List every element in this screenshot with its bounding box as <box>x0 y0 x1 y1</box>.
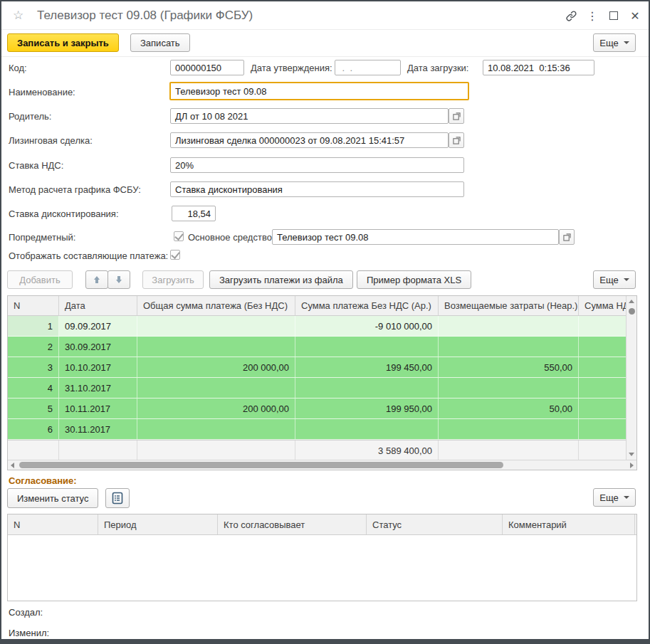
change-status-button[interactable]: Изменить статус <box>7 488 98 508</box>
vertical-scrollbar[interactable] <box>626 296 636 460</box>
vat-rate-input[interactable]: 20% <box>170 157 464 173</box>
form-window: ☆ Телевизор тест 09.08 (Графики ФСБУ) ⋮ … <box>0 0 650 644</box>
arrow-down-icon <box>115 275 123 284</box>
save-button[interactable]: Записать <box>130 33 190 52</box>
open-picker-icon <box>563 233 571 241</box>
link-icon[interactable] <box>562 7 580 24</box>
scroll-down-icon[interactable] <box>629 453 634 456</box>
per-item-label: Попредметный: <box>9 232 75 243</box>
modified-label: Изменил: <box>9 628 49 638</box>
fixed-asset-pick-button[interactable] <box>559 229 575 245</box>
xls-sample-button[interactable]: Пример формата XLS <box>357 270 471 289</box>
created-label: Создал: <box>9 607 43 618</box>
approval-date-input[interactable]: . . <box>335 60 401 75</box>
approval-section-title: Согласование: <box>9 475 77 486</box>
column-header[interactable]: Общая сумма платежа (Без НДС) <box>137 296 295 315</box>
table-row[interactable]: 4 31.10.2017 <box>8 378 627 398</box>
favorite-star-icon[interactable]: ☆ <box>13 8 23 23</box>
column-header[interactable]: N <box>8 514 98 534</box>
code-input[interactable]: 000000150 <box>170 60 244 75</box>
column-header[interactable]: Сумма платежа Без НДС (Ар.) <box>295 296 439 315</box>
name-label: Наименование: <box>9 87 75 97</box>
column-header[interactable]: Возмещаемые затраты (Неар.) <box>439 296 579 315</box>
load-button[interactable]: Загрузить <box>142 270 204 289</box>
code-label: Код: <box>9 63 27 73</box>
approval-date-label: Дата утверждения: <box>251 63 332 73</box>
maximize-icon[interactable] <box>605 7 622 24</box>
menu-kebab-icon[interactable]: ⋮ <box>584 7 601 24</box>
show-components-checkbox[interactable] <box>170 250 180 260</box>
per-item-checkbox[interactable] <box>174 231 184 241</box>
approval-table-header: N Период Кто согласовывает Статус Коммен… <box>8 514 636 535</box>
more-button-top[interactable]: Еще <box>593 33 636 52</box>
column-header[interactable]: N <box>8 296 59 315</box>
title-bar: ☆ Телевизор тест 09.08 (Графики ФСБУ) ⋮ … <box>1 1 649 30</box>
move-up-button[interactable] <box>85 270 108 289</box>
show-components-label: Отображать составляющие платежа: <box>9 250 168 261</box>
parent-pick-button[interactable] <box>449 108 464 124</box>
fixed-asset-label: Основное средство: <box>188 232 275 243</box>
horizontal-scrollbar[interactable] <box>8 460 636 470</box>
table-footer-row: 3 589 400,00 <box>8 440 627 460</box>
load-date-label: Дата загрузки: <box>407 63 468 73</box>
arrow-up-icon <box>93 275 101 284</box>
payments-table-header: N Дата Общая сумма платежа (Без НДС) Сум… <box>8 296 627 316</box>
load-date-input[interactable]: 10.08.2021 0:15:36 <box>483 60 594 75</box>
name-input[interactable]: Телевизор тест 09.08 <box>169 82 469 100</box>
scroll-up-icon[interactable] <box>629 300 634 303</box>
table-row[interactable]: 1 09.09.2017 -9 010 000,00 <box>8 316 627 337</box>
save-and-close-button[interactable]: Записать и закрыть <box>7 33 119 52</box>
fixed-asset-input[interactable]: Телевизор тест 09.08 <box>272 229 559 245</box>
leasing-deal-label: Лизинговая сделка: <box>9 135 93 146</box>
payments-table: N Дата Общая сумма платежа (Без НДС) Сум… <box>7 295 637 470</box>
calc-method-input[interactable]: Ставка дисконтирования <box>170 181 464 197</box>
scroll-left-icon[interactable] <box>11 463 14 468</box>
table-row[interactable]: 3 10.10.2017 200 000,00 199 450,00 550,0… <box>8 357 627 378</box>
add-row-button[interactable]: Добавить <box>7 270 73 289</box>
column-header[interactable]: Комментарий <box>503 514 635 534</box>
parent-label: Родитель: <box>9 111 51 122</box>
open-picker-icon <box>453 112 461 120</box>
open-picker-icon <box>453 137 461 144</box>
list-icon <box>112 492 123 505</box>
more-button-payments[interactable]: Еще <box>593 270 636 289</box>
chevron-down-icon <box>624 278 629 281</box>
approval-table: N Период Кто согласовывает Статус Коммен… <box>7 514 637 601</box>
status-list-button[interactable] <box>105 488 130 508</box>
vertical-scroll-thumb[interactable] <box>629 308 635 315</box>
column-header[interactable]: Период <box>98 514 218 534</box>
table-row[interactable]: 6 30.11.2017 <box>8 419 627 440</box>
table-row[interactable]: 2 30.09.2017 <box>8 337 627 357</box>
leasing-deal-input[interactable]: Лизинговая сделка 000000023 от 09.08.202… <box>170 132 449 148</box>
move-down-button[interactable] <box>108 270 130 289</box>
close-icon[interactable]: ✕ <box>627 7 644 24</box>
scroll-right-icon[interactable] <box>630 463 634 468</box>
footer-total: 3 589 400,00 <box>295 440 439 460</box>
column-header[interactable]: Сумма НД <box>579 296 627 315</box>
calc-method-label: Метод расчета графика ФСБУ: <box>9 184 141 195</box>
vat-rate-label: Ставка НДС: <box>9 160 63 171</box>
leasing-deal-pick-button[interactable] <box>449 132 464 148</box>
window-title: Телевизор тест 09.08 (Графики ФСБУ) <box>37 9 253 23</box>
load-from-file-button[interactable]: Загрузить платежи из файла <box>209 270 353 289</box>
chevron-down-icon <box>624 41 629 44</box>
horizontal-scroll-thumb[interactable] <box>19 462 503 468</box>
chevron-down-icon <box>624 496 629 499</box>
discount-rate-label: Ставка дисконтирования: <box>9 208 119 219</box>
more-button-approval[interactable]: Еще <box>593 488 636 507</box>
table-row[interactable]: 5 10.11.2017 200 000,00 199 950,00 50,00 <box>8 398 627 419</box>
parent-input[interactable]: ДЛ от 10 08 2021 <box>170 108 449 124</box>
discount-rate-input[interactable]: 18,54 <box>172 206 216 221</box>
column-header[interactable]: Статус <box>367 514 503 534</box>
column-header[interactable]: Кто согласовывает <box>218 514 367 534</box>
column-header[interactable]: Дата <box>59 296 137 315</box>
